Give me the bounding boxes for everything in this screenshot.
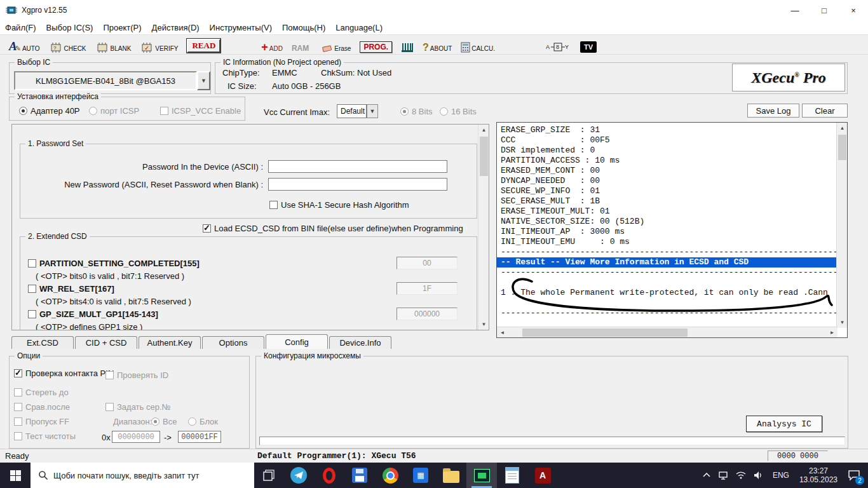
vcc-dropdown-button[interactable]: ▼ <box>367 104 378 118</box>
tray-volume-icon[interactable] <box>750 463 768 488</box>
scroll-thumb[interactable] <box>522 329 688 337</box>
gp-size-mult-value[interactable]: 000000 <box>397 308 458 320</box>
sha1-checkbox[interactable]: Use SHA-1 Secure Hash Algorithm <box>269 200 409 210</box>
verify-button[interactable]: ✓ VERIFY <box>140 36 178 53</box>
menu-select-ic[interactable]: Выбор IC(S) <box>41 20 98 34</box>
new-password-input[interactable] <box>268 178 447 191</box>
menu-language[interactable]: Language(L) <box>330 20 388 34</box>
scroll-left-icon[interactable]: ◄ <box>497 327 508 338</box>
taskbar-app-blue-tile[interactable]: ▦ <box>405 463 436 488</box>
check-button[interactable]: ? CHECK <box>49 36 86 53</box>
wr-rel-set-value[interactable]: 1F <box>397 282 458 295</box>
tv-button[interactable]: TV <box>580 36 597 53</box>
vcc-current-select[interactable]: Default <box>337 104 367 118</box>
config-panel-scrollbar[interactable]: ▲ ▼ <box>478 125 489 330</box>
socket-button[interactable] <box>401 36 414 53</box>
checkbox-icon <box>28 259 36 268</box>
blank-button[interactable]: BLANK <box>95 36 132 53</box>
password-device-label: Password In the Device (ASCII) : <box>20 162 263 172</box>
auto-button[interactable]: A✎ AUTO <box>9 36 40 53</box>
tab-cid-csd[interactable]: CID + CSD <box>75 336 137 349</box>
maximize-button[interactable]: □ <box>810 0 839 20</box>
log-line: DYNCAP_NEEDED : 00 <box>501 176 837 186</box>
notification-center-button[interactable]: 2 <box>843 463 868 488</box>
partition-setting-value[interactable]: 00 <box>397 257 458 269</box>
taskbar-app-floppy[interactable] <box>344 463 375 488</box>
tab-options[interactable]: Options <box>202 336 264 349</box>
menu-project[interactable]: Проект(P) <box>98 20 146 34</box>
save-log-button[interactable]: Save Log <box>747 104 799 118</box>
pin-check-checkbox[interactable]: Проверка контакта PIN <box>14 369 114 378</box>
tab-config[interactable]: Config <box>266 334 328 349</box>
start-button[interactable] <box>0 463 31 488</box>
scroll-right-icon[interactable]: ► <box>827 327 837 338</box>
taskbar-app-xgpro[interactable] <box>466 463 497 488</box>
log-line: SECURE_WP_INFO : 01 <box>501 186 837 196</box>
chevron-down-icon: ▼ <box>370 108 376 114</box>
scroll-up-icon[interactable]: ▲ <box>478 125 489 135</box>
partition-setting-checkbox[interactable]: PARTITION_SETTING_COMPLETED[155] <box>28 259 200 268</box>
clear-button[interactable]: Clear <box>802 104 848 118</box>
tray-language[interactable]: ENG <box>768 463 794 488</box>
tray-clock[interactable]: 23:27 13.05.2023 <box>794 463 843 488</box>
read-button[interactable]: READ <box>187 36 220 53</box>
log-horizontal-scrollbar[interactable]: ◄ ► <box>497 327 837 337</box>
password-device-input[interactable] <box>268 160 447 173</box>
log-content: ERASE_GRP_SIZE : 31 CCC : 00F5 DSR imple… <box>497 123 837 328</box>
svg-text:✓: ✓ <box>144 44 149 51</box>
address-from-input[interactable] <box>112 431 160 443</box>
log-vertical-scrollbar[interactable]: ▲ ▼ <box>836 123 847 328</box>
scroll-down-icon[interactable]: ▼ <box>478 319 489 330</box>
search-input[interactable] <box>53 471 238 480</box>
chksum-label: ChkSum: <box>321 68 355 78</box>
add-button[interactable]: + ADD <box>261 36 283 53</box>
address-to-input[interactable] <box>178 431 221 443</box>
tab-device-info[interactable]: Device.Info <box>329 336 391 349</box>
tab-ext-csd[interactable]: Ext.CSD <box>11 336 74 349</box>
erase-button[interactable]: Erase <box>322 36 351 53</box>
log-line: INI_TIMEOUT_AP : 3000 ms <box>501 227 837 237</box>
gp-size-mult-checkbox[interactable]: GP_SIZE_MULT_GP1[145-143] <box>28 309 158 319</box>
taskbar-app-opera[interactable] <box>314 463 344 488</box>
tab-authent-key[interactable]: Authent.Key <box>139 336 201 349</box>
calcu-button[interactable]: CALCU. <box>461 36 495 53</box>
analyze-ic-button[interactable]: Analysys IC <box>746 416 822 432</box>
taskbar-app-chrome[interactable] <box>375 463 405 488</box>
taskbar-app-explorer[interactable] <box>436 463 466 488</box>
tray-chevron-up-icon[interactable] <box>699 463 714 488</box>
log-empty-line <box>501 278 837 288</box>
erase-label: Erase <box>334 45 351 53</box>
pencil-icon: ✎ <box>15 44 21 53</box>
ic-select-dropdown-button[interactable]: ▼ <box>197 71 210 90</box>
scroll-up-icon[interactable]: ▲ <box>837 123 848 133</box>
tray-wifi-icon[interactable] <box>732 463 750 488</box>
menu-actions[interactable]: Действия(D) <box>147 20 205 34</box>
blue-app-icon: ▦ <box>413 468 428 483</box>
taskbar-app-telegram[interactable] <box>283 463 314 488</box>
taskbar-app-acrobat[interactable]: A <box>527 463 558 488</box>
taskbar-app-notepad[interactable] <box>497 463 527 488</box>
scroll-down-icon[interactable]: ▼ <box>837 317 848 328</box>
load-ecsd-checkbox[interactable]: Load ECSD_CSD from BIN file(else user de… <box>203 224 463 233</box>
scroll-thumb[interactable] <box>480 137 488 176</box>
logic-test-button[interactable]: A 8 Y <box>546 36 569 53</box>
scroll-thumb[interactable] <box>838 135 846 160</box>
adapter-40p-radio[interactable]: Адаптер 40P <box>19 106 80 116</box>
menu-help[interactable]: Помощь(H) <box>277 20 330 34</box>
xgpro-icon <box>474 469 490 482</box>
ic-select-combobox[interactable]: KLM8G1GEME-B041_8Bit @BGA153 <box>14 71 197 90</box>
wr-rel-set-checkbox[interactable]: WR_REL_SET[167] <box>28 284 114 294</box>
log-result-line: -- Result -- View More Information in EC… <box>497 257 837 268</box>
taskbar-search[interactable] <box>31 463 254 488</box>
notification-badge: 2 <box>855 476 864 485</box>
prog-button[interactable]: PROG. <box>360 36 392 53</box>
menu-tools[interactable]: Инструменты(V) <box>205 20 277 34</box>
close-button[interactable]: × <box>839 0 868 20</box>
calcu-label: CALCU. <box>471 45 495 53</box>
blank-test-checkbox: Тест чистоты <box>14 431 76 441</box>
about-button[interactable]: ? ABOUT <box>423 36 452 53</box>
task-view-button[interactable] <box>254 463 283 488</box>
minimize-button[interactable]: — <box>780 0 810 20</box>
menu-file[interactable]: Файл(F) <box>0 20 41 34</box>
tray-network-icon[interactable] <box>714 463 732 488</box>
